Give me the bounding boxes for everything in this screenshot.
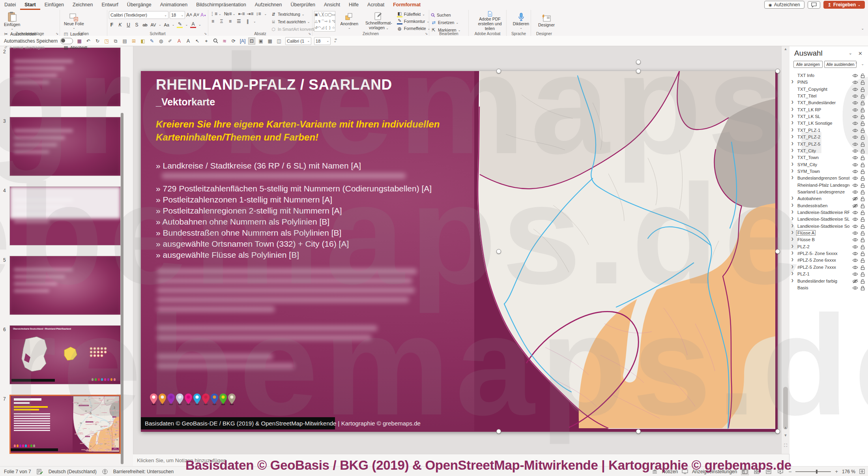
format-painter-icon[interactable]: ✐ — [166, 37, 174, 45]
unlock-icon[interactable] — [861, 121, 865, 127]
expand-chevron-icon[interactable]: ❯ — [791, 224, 794, 227]
layer-name[interactable]: Bundesländer farbig — [797, 279, 837, 283]
layer-name[interactable]: Autobahnen — [797, 196, 821, 201]
selection-handle[interactable] — [496, 429, 501, 434]
layer-name[interactable]: Landkreise-Stadtkreise SL — [797, 217, 849, 221]
unlock-icon[interactable] — [861, 142, 865, 148]
scroll-up-icon[interactable]: ▲ — [782, 47, 789, 51]
visibility-eye-icon[interactable] — [852, 114, 858, 120]
comments-button[interactable] — [808, 1, 820, 9]
selection-handle[interactable] — [775, 69, 780, 73]
layer-name[interactable]: TXT_PLZ-2 — [797, 135, 820, 139]
slide-bullet[interactable]: » Bundesstraßen ohne Nummern als Polylin… — [156, 228, 341, 238]
fill-color-icon[interactable]: ◧ — [139, 37, 146, 45]
selection-pane-item[interactable]: ❯TXT_PLZ-1 — [789, 127, 868, 134]
record-button[interactable]: ◉Aufzeichnen — [764, 1, 804, 9]
next-slide-icon[interactable]: ▼ — [782, 433, 789, 437]
group-objects-icon[interactable]: ▣ — [257, 37, 264, 45]
align-right-button[interactable]: ≡ — [227, 19, 233, 24]
font-name-select[interactable]: Calibri (Textkörper)⌄ — [109, 11, 168, 19]
selection-handle[interactable] — [775, 249, 780, 254]
unlock-icon[interactable] — [861, 156, 865, 161]
expand-chevron-icon[interactable]: ❯ — [791, 210, 794, 214]
visibility-eye-icon[interactable] — [852, 87, 858, 92]
unlock-icon[interactable] — [861, 258, 865, 264]
refresh-icon[interactable]: ⟳ — [230, 37, 237, 45]
clipboard-dialog-launcher[interactable]: ⇘ — [56, 32, 58, 36]
shape-glyph[interactable]: ◠ — [318, 24, 321, 31]
pane-close-icon[interactable]: ✕ — [858, 51, 862, 56]
character-spacing-button[interactable]: AV — [150, 22, 156, 27]
menu-tab-start[interactable]: Start — [20, 0, 40, 10]
selection-pane-item[interactable]: ❯Landkreise-Stadtkreise SL — [789, 216, 868, 223]
layer-name[interactable]: #PLZ-5 Zone 7xxxx — [797, 265, 836, 270]
slide-title[interactable]: RHEINLAND-PFALZ / SAARLAND — [156, 77, 392, 93]
zoom-slider-knob[interactable] — [816, 470, 817, 474]
selection-pane-item[interactable]: ❯Autobahnen — [789, 196, 868, 202]
columns-button[interactable]: ∥ — [245, 19, 251, 24]
slide-bullet[interactable]: » Autobahnen ohne Nummern als Polylinien… — [156, 217, 329, 227]
layer-name[interactable]: PLZ-2 — [797, 244, 810, 249]
shape-glyph[interactable]: ↺ — [314, 24, 318, 31]
selection-pane-item[interactable]: ❯Bundeslandgrenzen Sonstige — [789, 175, 868, 182]
expand-chevron-icon[interactable]: ❯ — [791, 265, 794, 268]
slide-thumbnail-4[interactable] — [9, 186, 121, 245]
paste-icon[interactable]: ▤ — [121, 37, 128, 45]
new-slide-button[interactable]: Neue Folie⌄ — [62, 11, 86, 31]
menu-tab-übergänge[interactable]: Übergänge — [123, 0, 156, 10]
shape-glyph[interactable]: ☆ — [332, 24, 335, 31]
menu-tab-hilfe[interactable]: Hilfe — [344, 0, 363, 10]
shape-glyph[interactable]: { — [324, 24, 328, 31]
selection-pane-item[interactable]: ❯TXT_LK Sonstige — [789, 120, 868, 127]
text-box-icon[interactable]: [A] — [239, 37, 246, 45]
bullets-button[interactable]: ⋮≡ — [210, 11, 216, 17]
visibility-eye-icon[interactable] — [852, 272, 858, 277]
previous-slide-icon[interactable]: ▲ — [782, 425, 789, 429]
font-color-icon[interactable]: A — [176, 37, 183, 45]
selection-pane-item[interactable]: ❯Flüsse B — [789, 237, 868, 244]
shape-glyph[interactable]: } — [328, 24, 332, 31]
rotate-handle[interactable] — [636, 60, 641, 64]
selection-pane-item[interactable]: ❯Bundesstraßen — [789, 203, 868, 210]
canvas-vertical-scrollbar[interactable]: ▲ ▲ ▼ ⛶ — [781, 46, 789, 454]
shape-glyph[interactable]: ◹ — [332, 18, 335, 25]
shape-effects-button[interactable]: ◍Formeffekte⌄ — [397, 25, 430, 32]
unlock-icon[interactable] — [861, 183, 865, 189]
unlock-icon[interactable] — [861, 114, 865, 120]
expand-chevron-icon[interactable]: ❯ — [791, 231, 794, 234]
layer-name[interactable]: PLZ-1 — [797, 272, 810, 276]
expand-chevron-icon[interactable]: ❯ — [791, 244, 794, 248]
expand-chevron-icon[interactable]: ❯ — [791, 176, 794, 179]
align-center-button[interactable]: Ξ — [219, 19, 224, 24]
layer-name[interactable]: TXT Info — [797, 73, 814, 78]
fit-slide-icon[interactable]: ⛶ — [782, 443, 789, 448]
unlock-icon[interactable] — [861, 94, 865, 99]
expand-chevron-icon[interactable]: ❯ — [791, 169, 794, 172]
selection-pane-item[interactable]: ❯Landkreise-Stadtkreise RP — [789, 210, 868, 216]
slide-tagline[interactable]: Kreieren Sie Ihre eigene Karten-Variante… — [156, 118, 440, 144]
selection-pane-item[interactable]: TXT_Titel — [789, 93, 868, 100]
unlock-icon[interactable] — [861, 190, 865, 195]
layer-name[interactable]: SYM_City — [797, 162, 817, 167]
expand-chevron-icon[interactable]: ❯ — [791, 142, 794, 145]
shape-glyph[interactable]: ▢ — [324, 11, 328, 18]
replace-button[interactable]: ⇄Ersetzen⌄ — [431, 19, 460, 26]
layer-name[interactable]: TXT_Titel — [797, 94, 817, 98]
vector-map[interactable] — [474, 71, 775, 431]
shape-glyph[interactable]: ⇨ — [324, 18, 328, 25]
slide-thumbnail-7[interactable]: 5350553474535205353353489546085459554634… — [9, 395, 121, 454]
selection-pane-item[interactable]: ❯Bundesländer farbig — [789, 278, 868, 285]
expand-chevron-icon[interactable]: ❯ — [791, 107, 794, 111]
slide-bullet[interactable]: » ausgewählte Ortsnamen Town (332) + Cit… — [156, 239, 349, 249]
layer-name[interactable]: SYM_Town — [797, 169, 820, 174]
shape-effects-icon[interactable]: ◍ — [157, 37, 165, 45]
selection-pane-item[interactable]: ❯#PLZ-5 Zone 6xxxx — [789, 257, 868, 264]
selection-handle[interactable] — [636, 429, 641, 434]
unlock-icon[interactable] — [861, 279, 865, 285]
font-size-select[interactable]: 18⌄ — [170, 11, 185, 19]
visibility-eye-icon[interactable] — [852, 142, 858, 147]
expand-chevron-icon[interactable]: ❯ — [791, 279, 794, 282]
zoom-magnifier-icon[interactable] — [212, 37, 219, 45]
bold-button[interactable]: F — [109, 22, 115, 28]
selection-pane-item[interactable]: ❯TXT_City — [789, 148, 868, 155]
